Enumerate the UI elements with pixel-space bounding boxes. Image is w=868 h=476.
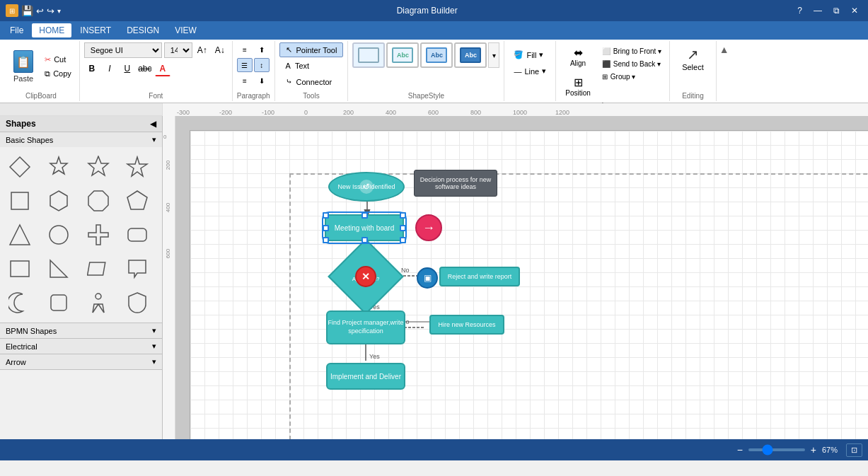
minimize-button[interactable]: — — [809, 4, 826, 17]
shapestyle-item-3[interactable]: Abc — [454, 42, 487, 68]
sidebar-header: Shapes ◀ — [0, 116, 162, 132]
strikethrough-button[interactable]: abc — [137, 61, 153, 76]
shape-diamond[interactable] — [4, 151, 35, 182]
align-bottom-button[interactable]: ⬇ — [254, 74, 270, 88]
shape-rounded-square[interactable] — [43, 287, 74, 318]
shape-circle[interactable] — [43, 219, 74, 250]
align-button[interactable]: ⬌ Align — [560, 42, 596, 71]
select-button[interactable]: ↗ Select — [674, 42, 712, 75]
sidebar-collapse-button[interactable]: ◀ — [150, 119, 156, 129]
shapestyle-more-button[interactable]: ▾ — [488, 42, 499, 68]
line-button[interactable]: — Line ▾ — [509, 64, 551, 78]
shape-triangle[interactable] — [4, 219, 35, 250]
fit-button[interactable]: ⊡ — [846, 443, 862, 457]
position-button[interactable]: ⊞ Position — [560, 72, 596, 100]
send-to-back-button[interactable]: ⬛ Send to Back ▾ — [598, 58, 665, 70]
canvas-container[interactable]: No Yes No Yes New Issue Identified ↺ — [175, 116, 868, 439]
font-color-button[interactable]: A — [155, 61, 170, 76]
zoom-in-button[interactable]: + — [808, 444, 819, 455]
align-left-button[interactable]: ≡ — [237, 42, 253, 57]
shape-cross[interactable] — [83, 219, 114, 250]
quick-access-bar[interactable]: ⊞ 💾 ↩ ↪ ▾ — [6, 4, 61, 17]
copy-button[interactable]: ⧉ Copy — [41, 67, 75, 81]
connector-tool-button[interactable]: ⤷ Connector — [279, 74, 339, 89]
canvas[interactable]: No Yes No Yes New Issue Identified ↺ — [190, 130, 868, 439]
help-button[interactable]: ? — [793, 4, 806, 17]
shape-reject[interactable]: Reject and write report — [439, 267, 520, 286]
font-size-select[interactable]: 14 810121618 — [164, 42, 192, 58]
menu-file[interactable]: File — [3, 23, 30, 37]
canvas-grid — [190, 131, 868, 439]
shape-hire[interactable]: Hire new Resources — [429, 315, 504, 335]
pointer-tool-button[interactable]: ↖ Pointer Tool — [279, 42, 344, 57]
svg-marker-2 — [88, 156, 108, 175]
paragraph-label: Paragraph — [237, 91, 270, 100]
shape-person[interactable] — [83, 287, 114, 318]
electrical-header[interactable]: Electrical ▾ — [0, 339, 162, 354]
bpmn-shapes-section: BPMN Shapes ▾ — [0, 323, 162, 339]
shape-parallelogram[interactable] — [83, 253, 114, 284]
cut-button[interactable]: ✂ Cut — [41, 53, 75, 66]
increase-font-button[interactable]: A↑ — [195, 42, 210, 58]
fill-button[interactable]: 🪣 Fill ▾ — [509, 48, 548, 62]
shape-star6[interactable] — [83, 151, 114, 182]
text-tool-button[interactable]: A Text — [279, 59, 316, 73]
shape-x-circle[interactable]: ✕ — [355, 266, 376, 287]
shape-crescent[interactable] — [4, 287, 35, 318]
italic-button[interactable]: I — [102, 61, 117, 76]
shape-implement[interactable]: Implement and Deliver — [326, 363, 405, 390]
shape-arrow-circle[interactable]: → — [415, 214, 442, 241]
shape-pentagon[interactable] — [122, 185, 153, 216]
arrow-header[interactable]: Arrow ▾ — [0, 354, 162, 369]
underline-button[interactable]: U — [120, 61, 135, 76]
shape-budget-diamond[interactable]: ✕ BudgetApproved? — [339, 250, 393, 303]
shape-new-issue[interactable]: New Issue Identified ↺ — [328, 172, 405, 202]
electrical-section: Electrical ▾ — [0, 339, 162, 354]
shape-octagon[interactable] — [83, 185, 114, 216]
bpmn-shapes-header[interactable]: BPMN Shapes ▾ — [0, 323, 162, 338]
shape-speech-bubble[interactable] — [122, 253, 153, 284]
shape-rounded-rect[interactable] — [122, 219, 153, 250]
ruler-area: -300 -200 -100 0 200 400 600 800 1000 12… — [0, 103, 868, 116]
shape-find-pm[interactable]: Find Project manager,write specification — [326, 310, 405, 344]
menu-home[interactable]: HOME — [32, 23, 71, 37]
close-button[interactable]: ✕ — [847, 4, 862, 17]
menu-insert[interactable]: INSERT — [73, 23, 118, 37]
shapestyle-item-1[interactable]: Abc — [386, 42, 419, 68]
shape-burst[interactable] — [43, 151, 74, 182]
ribbon-collapse-button[interactable]: ▲ — [717, 41, 732, 101]
shape-decision-process[interactable]: Decision process for new software ideas — [414, 170, 497, 197]
align-top-button[interactable]: ⬆ — [254, 42, 270, 57]
shape-doc-circle[interactable]: ▣ — [417, 267, 438, 289]
align-right-button[interactable]: ≡ — [237, 74, 253, 88]
align-center-button[interactable]: ☰ — [237, 58, 253, 72]
align-middle-button[interactable]: ↕ — [254, 58, 270, 72]
zoom-slider[interactable] — [748, 448, 805, 451]
shape-right-triangle[interactable] — [43, 253, 74, 284]
font-family-select[interactable]: Segoe UI — [84, 42, 162, 58]
shapestyle-item-2[interactable]: Abc — [420, 42, 453, 68]
shape-hexagon[interactable] — [43, 185, 74, 216]
shape-shield[interactable] — [122, 287, 153, 318]
shape-star5[interactable] — [122, 151, 153, 182]
maximize-button[interactable]: ⧉ — [829, 4, 844, 17]
menu-design[interactable]: DESIGN — [120, 23, 166, 37]
shapestyle-item-0[interactable] — [352, 42, 385, 68]
decrease-font-button[interactable]: A↓ — [212, 42, 228, 58]
save-button[interactable]: 💾 — [21, 5, 33, 16]
shape-meeting-board[interactable]: Meeting with board — [325, 214, 404, 241]
shape-rect-outline[interactable] — [4, 253, 35, 284]
bring-to-front-button[interactable]: ⬜ Bring to Front ▾ — [598, 45, 665, 57]
ribbon: 📋 Paste ✂ Cut ⧉ Copy ClipBoard Segoe UI — [0, 40, 868, 103]
basic-shapes-header[interactable]: Basic Shapes ▾ — [0, 132, 162, 147]
group-button[interactable]: ⊞ Group ▾ — [598, 71, 665, 83]
paste-button[interactable]: 📋 Paste — [7, 47, 40, 86]
zoom-out-button[interactable]: − — [734, 444, 746, 455]
bold-button[interactable]: B — [84, 61, 100, 76]
redo-button[interactable]: ↪ — [47, 6, 54, 16]
copy-icon: ⧉ — [45, 69, 50, 79]
shape-square[interactable] — [4, 185, 35, 216]
undo-button[interactable]: ↩ — [36, 6, 44, 16]
menu-view[interactable]: VIEW — [168, 23, 204, 37]
window-controls[interactable]: ? — ⧉ ✕ — [793, 4, 862, 17]
